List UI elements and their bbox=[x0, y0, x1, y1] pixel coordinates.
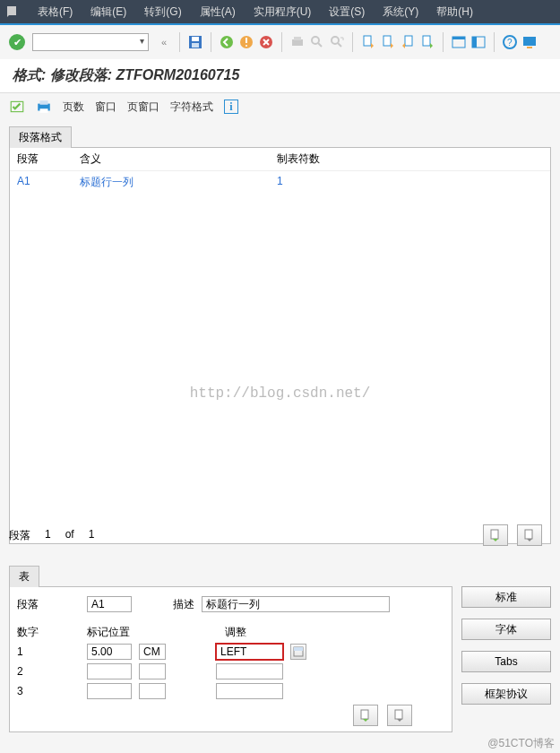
separator bbox=[443, 32, 444, 52]
save-icon[interactable] bbox=[187, 34, 203, 50]
table-row[interactable]: A1 标题行一列 1 bbox=[10, 171, 550, 194]
doc-left-icon[interactable] bbox=[400, 34, 416, 50]
help-icon[interactable]: ? bbox=[502, 34, 518, 50]
print-icon[interactable] bbox=[289, 34, 306, 50]
activate-icon[interactable] bbox=[9, 99, 25, 115]
svg-rect-16 bbox=[452, 37, 465, 39]
page-title: 格式: 修改段落: ZTFORM20160715 bbox=[0, 59, 560, 93]
app-icon bbox=[5, 4, 20, 19]
label-description: 描述 bbox=[173, 597, 194, 612]
info-icon[interactable]: i bbox=[224, 100, 238, 114]
menu-item-attr[interactable]: 属性(A) bbox=[191, 1, 245, 23]
cell-paragraph[interactable]: A1 bbox=[17, 175, 80, 190]
doc-up-icon[interactable] bbox=[360, 34, 376, 50]
unit-2[interactable] bbox=[139, 663, 166, 679]
panel-tab-paragraph-format: 段落格式 bbox=[9, 126, 72, 148]
pager: 段落 1 of 1 bbox=[9, 528, 94, 543]
menu-item-edit[interactable]: 编辑(E) bbox=[82, 1, 135, 23]
adjust-3[interactable] bbox=[216, 683, 283, 699]
tabs-button[interactable]: Tabs bbox=[461, 651, 551, 672]
sub-toolbar: 页数 窗口 页窗口 字符格式 i bbox=[0, 93, 560, 120]
delete-row-button[interactable] bbox=[517, 524, 542, 546]
col-number: 数字 bbox=[17, 625, 80, 640]
unit-3[interactable] bbox=[139, 683, 166, 699]
doc-right-icon[interactable] bbox=[419, 34, 435, 50]
svg-rect-30 bbox=[294, 647, 303, 651]
markpos-1[interactable] bbox=[87, 644, 132, 660]
svg-text:?: ? bbox=[507, 38, 513, 48]
svg-rect-18 bbox=[472, 37, 477, 48]
svg-rect-25 bbox=[40, 100, 48, 105]
frame-button[interactable]: 框架协议 bbox=[461, 683, 551, 705]
delete-tab-button[interactable] bbox=[387, 705, 412, 726]
svg-point-10 bbox=[332, 37, 339, 44]
doc-down-icon[interactable] bbox=[380, 34, 396, 50]
svg-rect-14 bbox=[423, 36, 430, 46]
svg-rect-27 bbox=[491, 530, 498, 539]
panel-tab-table: 表 bbox=[9, 566, 39, 587]
value-help-button[interactable] bbox=[290, 644, 306, 660]
link-pagewindow[interactable]: 页窗口 bbox=[127, 100, 159, 115]
cell-meaning[interactable]: 标题行一列 bbox=[80, 175, 277, 190]
menu-item-table[interactable]: 表格(F) bbox=[29, 1, 82, 23]
menu-item-util[interactable]: 实用程序(U) bbox=[245, 1, 321, 23]
insert-row-button[interactable] bbox=[483, 524, 508, 546]
svg-rect-12 bbox=[383, 36, 391, 46]
link-charformat[interactable]: 字符格式 bbox=[170, 100, 213, 115]
label-paragraph: 段落 bbox=[17, 597, 80, 612]
standard-button[interactable]: 标准 bbox=[461, 586, 551, 608]
link-pages[interactable]: 页数 bbox=[63, 100, 84, 115]
cell-tabcount: 1 bbox=[277, 175, 349, 190]
adjust-2[interactable] bbox=[216, 663, 283, 679]
svg-rect-13 bbox=[405, 36, 412, 46]
menu-item-settings[interactable]: 设置(S) bbox=[320, 1, 374, 23]
markpos-2[interactable] bbox=[87, 663, 132, 679]
adjust-1[interactable] bbox=[216, 644, 283, 660]
svg-rect-26 bbox=[40, 108, 48, 113]
svg-rect-7 bbox=[292, 39, 303, 46]
svg-point-3 bbox=[220, 36, 233, 48]
menu-bar: 表格(F) 编辑(E) 转到(G) 属性(A) 实用程序(U) 设置(S) 系统… bbox=[0, 0, 560, 25]
col-markpos: 标记位置 bbox=[87, 625, 168, 640]
command-field[interactable] bbox=[32, 33, 149, 51]
monitor-icon[interactable] bbox=[521, 34, 538, 50]
link-window[interactable]: 窗口 bbox=[95, 100, 116, 115]
unit-1[interactable] bbox=[139, 644, 166, 660]
font-button[interactable]: 字体 bbox=[461, 619, 551, 640]
layout-icon[interactable] bbox=[451, 34, 467, 50]
svg-point-9 bbox=[312, 37, 319, 44]
chevron-left-icon[interactable]: « bbox=[156, 34, 172, 50]
svg-rect-11 bbox=[364, 36, 371, 46]
svg-point-5 bbox=[246, 45, 247, 47]
svg-rect-21 bbox=[523, 37, 536, 46]
description-field[interactable] bbox=[202, 596, 390, 612]
menu-item-system[interactable]: 系统(Y) bbox=[374, 1, 427, 23]
insert-tab-button[interactable] bbox=[353, 705, 378, 726]
paragraph-field[interactable] bbox=[87, 596, 132, 612]
menu-item-help[interactable]: 帮助(H) bbox=[427, 1, 482, 23]
col-paragraph: 段落 bbox=[17, 151, 80, 167]
pager-label: 段落 bbox=[9, 528, 30, 543]
markpos-3[interactable] bbox=[87, 683, 132, 699]
separator bbox=[179, 32, 180, 52]
layout2-icon[interactable] bbox=[470, 34, 487, 50]
col-adjust: 调整 bbox=[225, 625, 314, 640]
pager-row: 段落 1 of 1 bbox=[9, 524, 542, 546]
svg-rect-8 bbox=[294, 37, 301, 40]
svg-rect-22 bbox=[527, 47, 532, 48]
pager-current: 1 bbox=[45, 528, 51, 543]
back-icon[interactable] bbox=[219, 34, 235, 50]
print2-icon[interactable] bbox=[36, 99, 52, 115]
cancel-icon[interactable] bbox=[258, 34, 274, 50]
col-tabcount: 制表符数 bbox=[277, 151, 349, 167]
find-icon[interactable] bbox=[309, 34, 325, 50]
exit-icon[interactable] bbox=[238, 34, 254, 50]
table-panel: 段落 描述 数字 标记位置 调整 1 bbox=[9, 586, 452, 732]
menu-item-goto[interactable]: 转到(G) bbox=[135, 1, 190, 23]
grid-header: 段落 含义 制表符数 bbox=[10, 148, 550, 171]
watermark-source: @51CTO博客 bbox=[487, 736, 555, 751]
ok-icon[interactable]: ✔ bbox=[9, 34, 25, 50]
find-next-icon[interactable] bbox=[329, 34, 345, 50]
main-toolbar: ✔ « ? bbox=[0, 25, 560, 59]
row-num-2: 2 bbox=[17, 665, 80, 678]
